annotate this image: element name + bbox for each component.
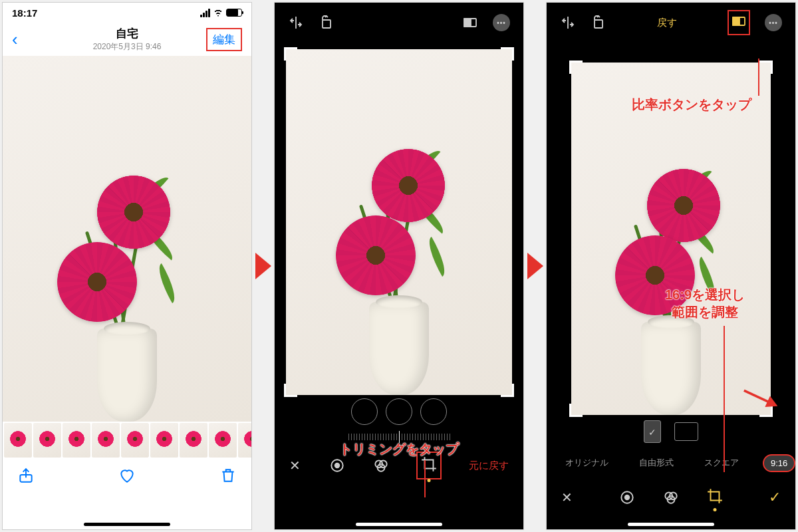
adjust-tool-icon[interactable]	[618, 489, 636, 506]
portrait-orientation[interactable]	[644, 420, 661, 443]
done-button[interactable]: ✓	[769, 489, 781, 506]
annotation-leader	[424, 460, 426, 497]
annotation-trim: トリミングをタップ	[339, 440, 459, 458]
status-right	[200, 9, 242, 17]
photo-date: 2020年5月3日 9:46	[93, 41, 162, 53]
crop-handle-tl[interactable]	[569, 61, 583, 74]
crop-canvas[interactable]	[286, 49, 512, 395]
svg-rect-1	[323, 20, 331, 28]
rotate-icon[interactable]	[319, 15, 334, 31]
editor-top-bar: 戻す •••	[547, 3, 795, 43]
svg-point-5	[334, 464, 339, 468]
status-time: 18:17	[12, 7, 37, 19]
ratio-original[interactable]: オリジナル	[559, 454, 615, 471]
phone-screen-photo-view: 18:17 ‹ 自宅 2020年5月3日 9:46 編集	[2, 2, 252, 530]
wifi-icon	[213, 9, 223, 17]
photo-title: 自宅	[93, 26, 162, 41]
annotation-leader	[724, 326, 725, 472]
annotation-select: 16:9を選択し 範囲を調整	[665, 286, 745, 321]
crop-handle-br[interactable]	[501, 384, 514, 397]
home-indicator[interactable]	[84, 523, 170, 526]
thumbnail-strip[interactable]	[3, 422, 251, 459]
flip-icon[interactable]	[288, 15, 304, 31]
crop-handle-bl[interactable]	[569, 404, 583, 417]
svg-rect-11	[733, 17, 739, 25]
editor-bottom-bar: ✕ ✓	[547, 477, 795, 517]
adjust-dials[interactable]	[275, 395, 523, 428]
orientation-row	[547, 415, 795, 448]
cellular-icon	[200, 9, 210, 17]
back-button[interactable]: ‹	[12, 29, 18, 50]
flip-icon[interactable]	[560, 15, 576, 31]
photo-content[interactable]	[3, 56, 251, 422]
more-icon[interactable]: •••	[493, 14, 510, 31]
annotation-ratio: 比率ボタンをタップ	[632, 96, 751, 113]
filters-tool-icon[interactable]	[662, 489, 680, 506]
home-indicator[interactable]	[356, 523, 442, 526]
crop-handle-tr[interactable]	[501, 47, 514, 61]
aspect-ratio-icon[interactable]	[462, 15, 478, 31]
svg-point-13	[624, 495, 629, 500]
crop-handle-tl[interactable]	[284, 47, 297, 61]
home-indicator[interactable]	[628, 523, 714, 526]
ratio-freeform[interactable]: 自由形式	[632, 454, 680, 471]
favorite-icon[interactable]	[118, 467, 136, 484]
share-icon[interactable]	[17, 467, 35, 484]
cancel-button[interactable]: ✕	[561, 489, 573, 505]
rotate-icon[interactable]	[591, 15, 606, 31]
aspect-ratio-icon[interactable]	[728, 10, 750, 35]
adjust-tool-icon[interactable]	[329, 457, 346, 474]
annotation-leader	[758, 59, 759, 96]
ratio-square[interactable]: スクエア	[698, 454, 745, 471]
next-step-arrow	[255, 253, 271, 279]
crop-handle-tr[interactable]	[759, 61, 773, 74]
edit-button[interactable]: 編集	[206, 28, 242, 51]
landscape-orientation[interactable]	[674, 422, 698, 441]
revert-button[interactable]: 元に戻す	[469, 460, 509, 472]
cancel-button[interactable]: ✕	[289, 458, 301, 473]
trash-icon[interactable]	[219, 467, 237, 484]
crop-handle-bl[interactable]	[284, 384, 297, 397]
svg-rect-3	[464, 19, 471, 27]
battery-icon	[226, 9, 242, 17]
undo-label[interactable]: 戻す	[657, 17, 677, 29]
aspect-ratio-strip[interactable]: オリジナル 自由形式 スクエア 9:16 8:10 5:7	[547, 448, 795, 477]
svg-rect-9	[595, 20, 602, 28]
ratio-9-16[interactable]: 9:16	[763, 454, 795, 472]
editor-top-bar: •••	[275, 3, 523, 43]
more-icon[interactable]: •••	[765, 14, 782, 31]
nav-bar: ‹ 自宅 2020年5月3日 9:46 編集	[3, 23, 251, 56]
bottom-toolbar	[3, 459, 251, 492]
status-bar: 18:17	[3, 3, 251, 23]
crop-tool-button[interactable]	[706, 487, 724, 507]
crop-canvas[interactable]	[571, 63, 771, 415]
next-step-arrow	[527, 253, 543, 279]
filters-tool-icon[interactable]	[372, 457, 390, 474]
